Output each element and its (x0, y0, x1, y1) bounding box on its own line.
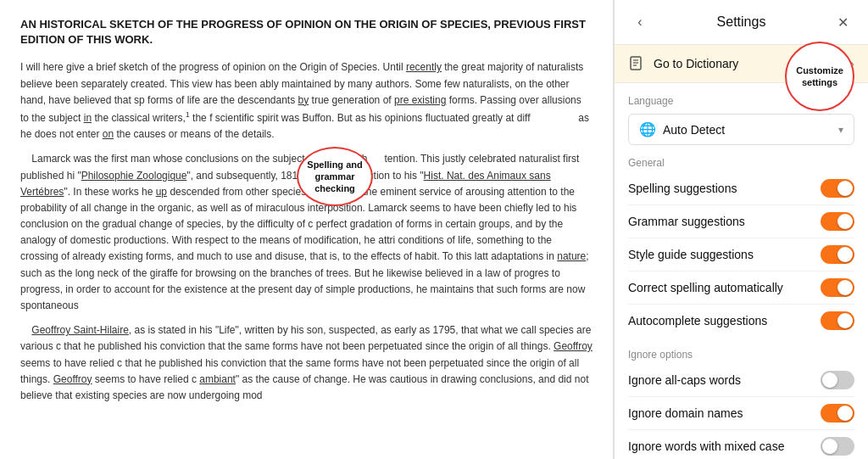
general-section: General Spelling suggestions Grammar sug… (615, 145, 868, 337)
language-select[interactable]: 🌐 Auto Detect ▾ (628, 114, 854, 145)
chevron-down-icon: ▾ (838, 124, 843, 136)
correct-spelling-row: Correct spelling automatically (628, 271, 854, 305)
autocomplete-suggestions-label: Autocomplete suggestions (628, 314, 767, 327)
ignore-allcaps-label: Ignore all-caps words (628, 373, 741, 387)
settings-panel: Customize settings ‹ Settings ✕ Go to Di… (614, 0, 868, 459)
dictionary-label: Go to Dictionary (654, 57, 738, 70)
ignore-allcaps-toggle[interactable] (821, 371, 854, 389)
style-guide-suggestions-toggle[interactable] (821, 245, 854, 264)
settings-title: Settings (652, 14, 831, 30)
back-button[interactable]: ‹ (628, 10, 652, 34)
correct-spelling-label: Correct spelling automatically (628, 281, 783, 294)
spelling-suggestions-toggle[interactable] (821, 179, 854, 198)
autocomplete-suggestions-row: Autocomplete suggestions (628, 305, 854, 337)
ignore-domain-names-label: Ignore domain names (628, 406, 743, 420)
ignore-domain-names-row: Ignore domain names (628, 397, 854, 430)
ignore-allcaps-row: Ignore all-caps words (628, 364, 854, 397)
ignore-section: Ignore options Ignore all-caps words Ign… (615, 337, 868, 459)
grammar-suggestions-label: Grammar suggestions (628, 215, 745, 228)
ignore-mixed-case-row: Ignore words with mixed case (628, 430, 854, 459)
customize-settings-callout: Customize settings (785, 42, 854, 111)
content-area: AN HISTORICAL SKETCH OF THE PROGRESS OF … (0, 0, 614, 459)
autocomplete-suggestions-toggle[interactable] (821, 311, 854, 330)
settings-header: ‹ Settings ✕ (615, 0, 868, 45)
general-label: General (628, 157, 854, 169)
grammar-suggestions-toggle[interactable] (821, 212, 854, 231)
globe-icon: 🌐 (639, 121, 656, 137)
ignore-mixed-case-toggle[interactable] (821, 437, 854, 456)
grammar-suggestions-row: Grammar suggestions (628, 205, 854, 238)
article-title: AN HISTORICAL SKETCH OF THE PROGRESS OF … (20, 17, 593, 48)
correct-spelling-toggle[interactable] (821, 278, 854, 297)
ignore-mixed-case-label: Ignore words with mixed case (628, 439, 784, 453)
style-guide-suggestions-label: Style guide suggestions (628, 248, 754, 261)
spelling-suggestions-label: Spelling suggestions (628, 182, 737, 195)
style-guide-suggestions-row: Style guide suggestions (628, 238, 854, 271)
paragraph-3: Geoffroy Saint-Hilaire, as is stated in … (20, 322, 593, 404)
spelling-suggestions-row: Spelling suggestions (628, 172, 854, 205)
spelling-grammar-annotation: Spelling and grammar checking (297, 147, 373, 206)
paragraph-1: I will here give a brief sketch of the p… (20, 59, 593, 143)
close-button[interactable]: ✕ (831, 10, 854, 34)
dictionary-icon (628, 55, 645, 72)
dictionary-left: Go to Dictionary (628, 55, 738, 72)
ignore-domain-names-toggle[interactable] (821, 404, 854, 423)
language-value: Auto Detect (663, 123, 725, 137)
ignore-label: Ignore options (628, 349, 854, 361)
